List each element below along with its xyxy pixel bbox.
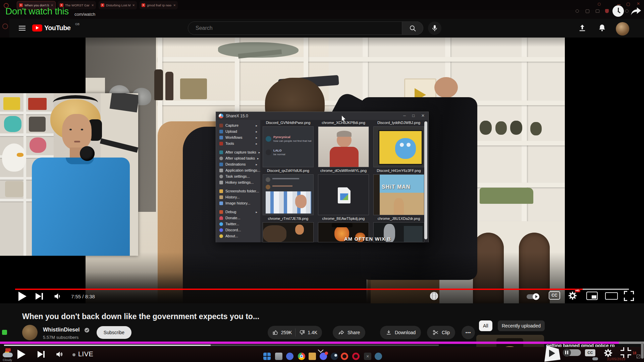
menu-image-history[interactable]: Image history...	[217, 200, 259, 206]
like-dislike-pill[interactable]: 259K 1.4K	[268, 326, 322, 339]
ext-puzzle-icon[interactable]	[625, 9, 629, 13]
menu-tools[interactable]: Tools▶	[217, 140, 259, 146]
outer-play-icon[interactable]	[17, 350, 25, 359]
file-name[interactable]: chrome_BEAwT5pkdj.png	[318, 217, 369, 221]
thumbnail-meme[interactable]	[373, 126, 424, 167]
search-box[interactable]	[188, 21, 423, 35]
pause-knob	[563, 349, 571, 357]
chip-all[interactable]: All	[479, 320, 492, 331]
sidebar-green-icon[interactable]	[2, 330, 7, 335]
thumbnail-discord-chat[interactable]	[263, 174, 314, 215]
menu-task-settings[interactable]: Task settings...	[217, 173, 259, 179]
more-actions-button[interactable]: •••	[462, 326, 475, 339]
voice-search-button[interactable]	[428, 21, 441, 35]
sharex-titlebar[interactable]: ShareX 15.0 ─ □ ✕	[216, 112, 428, 120]
menu-after-capture[interactable]: After capture tasks▶	[217, 149, 259, 155]
file-name[interactable]: Discord_H41mY6z3FF.png	[373, 169, 424, 173]
globe-icon[interactable]	[429, 291, 439, 301]
window-search-icon[interactable]	[598, 3, 601, 6]
thumbnail-dark-photo[interactable]	[263, 222, 314, 242]
history-clock-icon[interactable]	[612, 5, 624, 17]
menu-capture[interactable]: Capture▶	[217, 122, 259, 128]
menu-about[interactable]: About...	[217, 233, 259, 239]
minimize-icon[interactable]: ─	[403, 114, 406, 118]
volume-icon[interactable]	[53, 292, 62, 301]
progress-bar[interactable]	[15, 289, 629, 290]
download-button[interactable]: Download	[380, 326, 421, 339]
file-name[interactable]: Discord_GVNHdhPwsr.png	[263, 121, 314, 125]
menu-discord[interactable]: Discord...	[217, 227, 259, 233]
play-button-icon[interactable]	[18, 292, 26, 301]
window-close-icon[interactable]: ✕	[637, 1, 640, 6]
ext-search-icon[interactable]	[576, 9, 579, 13]
upload-icon[interactable]	[578, 23, 587, 33]
outer-volume-icon[interactable]	[55, 350, 64, 359]
thumbs-up-icon[interactable]	[272, 329, 279, 336]
shadow-area	[404, 226, 423, 242]
thumbs-down-icon[interactable]	[299, 329, 305, 336]
close-icon[interactable]: ✕	[421, 113, 425, 118]
share-arrow-icon[interactable]	[630, 6, 642, 16]
notifications-bell-icon[interactable]	[598, 23, 606, 32]
page-scrollbar[interactable]	[641, 343, 644, 359]
search-button[interactable]	[402, 21, 423, 35]
youtube-logo[interactable]: YouTube GB	[32, 24, 86, 33]
tab-close-icon[interactable]: ✕	[91, 4, 94, 7]
ext-shield-icon[interactable]	[605, 9, 609, 13]
edit-glyph-icon[interactable]	[637, 355, 640, 358]
account-avatar[interactable]	[616, 22, 629, 36]
menu-hotkey-settings[interactable]: Hotkey settings...	[217, 179, 259, 185]
ext-share-icon[interactable]	[586, 9, 589, 13]
menu-twitter[interactable]: Twitter...	[217, 221, 259, 227]
miniplayer-button[interactable]	[586, 292, 598, 300]
clip-button[interactable]: Clip	[427, 326, 455, 339]
chip-recently-uploaded[interactable]: Recently uploaded	[498, 320, 545, 331]
menu-destinations[interactable]: Destinations▶	[217, 161, 259, 167]
maximize-icon[interactable]: □	[412, 113, 415, 118]
address-bar[interactable]: com/watch	[0, 10, 644, 19]
window-maximize-icon[interactable]	[627, 3, 630, 6]
thumbnail-photo[interactable]	[318, 126, 369, 167]
outer-settings-gear-icon[interactable]	[603, 348, 613, 358]
menu-debug[interactable]: Debug▶	[217, 209, 259, 215]
outer-cc-button[interactable]: CC	[585, 349, 595, 356]
thumbnail-discord-chat[interactable]: Pyrocynical how can people not find that…	[263, 126, 314, 167]
file-name[interactable]: Discord_lyddhDJWBJ.png	[373, 121, 424, 125]
exit-fullscreen-button[interactable]	[621, 347, 631, 358]
menu-application-settings[interactable]: Application settings...	[217, 167, 259, 173]
file-name[interactable]: chrome_dOsWlRmWYL.png	[318, 169, 369, 173]
autoplay-toggle[interactable]	[527, 294, 539, 299]
menu-after-upload[interactable]: After upload tasks▶	[217, 155, 259, 161]
tab-3[interactable]: Disturbing Lost Media Fro ✕	[99, 1, 137, 9]
theater-mode-button[interactable]	[605, 292, 618, 300]
thumbnail-file-icon[interactable]	[318, 174, 369, 215]
share-button[interactable]: Share	[333, 326, 365, 339]
tab-close-icon[interactable]: ✕	[173, 4, 176, 7]
file-name[interactable]: chrome_J8U1XDa2dr.png	[373, 217, 424, 221]
scrollbar[interactable]	[424, 121, 427, 239]
menu-history[interactable]: History...	[217, 194, 259, 200]
tab-close-icon[interactable]: ✕	[132, 4, 135, 7]
file-name[interactable]: Discord_qxZd4YtdU6.png	[263, 169, 314, 173]
sidebar-speeddial-icon[interactable]	[2, 23, 8, 29]
ext-home-icon[interactable]	[596, 9, 599, 13]
menu-workflows[interactable]: Workflows▶	[217, 134, 259, 140]
pause-toggle[interactable]	[564, 349, 581, 356]
menu-donate[interactable]: Donate...	[217, 215, 259, 221]
subtitles-button[interactable]: CC	[549, 291, 560, 300]
tab-4[interactable]: gmod fnaf rp needs to be ✕	[140, 1, 178, 9]
sharex-window[interactable]: ShareX 15.0 ─ □ ✕ Capture▶ Upload▶ Workf…	[216, 112, 429, 242]
hamburger-menu-icon[interactable]	[19, 24, 25, 32]
fullscreen-button[interactable]	[624, 291, 634, 301]
shield-play-button[interactable]	[543, 345, 561, 362]
search-input[interactable]	[195, 24, 383, 33]
channel-avatar[interactable]	[22, 325, 38, 340]
thumbnail-beach-meme[interactable]: SHiT MAN	[373, 174, 424, 215]
menu-screenshots-folder[interactable]: Screenshots folder...	[217, 188, 259, 194]
window-minimize-icon[interactable]	[617, 4, 621, 5]
menu-upload[interactable]: Upload▶	[217, 128, 259, 134]
outer-progress-bar[interactable]	[0, 342, 644, 344]
channel-name[interactable]: WhistlinDiesel	[43, 327, 79, 333]
file-name[interactable]: chrome_rTmI7JE78i.png	[263, 217, 314, 221]
subscribe-button[interactable]: Subscribe	[97, 326, 131, 339]
